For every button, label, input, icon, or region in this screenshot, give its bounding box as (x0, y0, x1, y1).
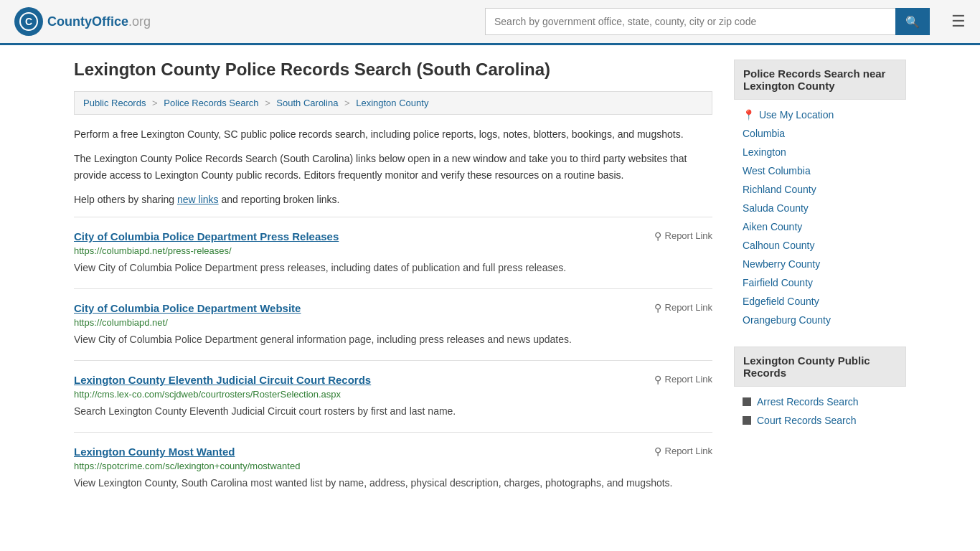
nearby-link[interactable]: Aiken County (734, 217, 906, 236)
search-button[interactable]: 🔍 (895, 8, 930, 35)
main-container: Lexington County Police Records Search (… (60, 45, 920, 518)
result-desc: View City of Columbia Police Department … (74, 332, 712, 347)
report-icon: ⚲ (654, 446, 661, 457)
menu-button[interactable]: ☰ (951, 14, 966, 29)
search-input[interactable] (485, 8, 895, 35)
nearby-section: Police Records Search near Lexington Cou… (734, 60, 906, 329)
result-title-row: Lexington County Most Wanted ⚲ Report Li… (74, 446, 712, 458)
new-links-link[interactable]: new links (177, 194, 219, 205)
report-link[interactable]: ⚲ Report Link (654, 374, 712, 385)
nearby-links-list: ColumbiaLexingtonWest ColumbiaRichland C… (734, 124, 906, 329)
result-item: Lexington County Eleventh Judicial Circu… (74, 360, 712, 432)
breadcrumb-south-carolina[interactable]: South Carolina (276, 98, 338, 108)
sidebar: Police Records Search near Lexington Cou… (734, 60, 906, 504)
svg-text:C: C (25, 16, 32, 27)
breadcrumb-sep-3: > (344, 98, 350, 108)
result-item: Lexington County Most Wanted ⚲ Report Li… (74, 432, 712, 504)
nearby-link[interactable]: Calhoun County (734, 236, 906, 255)
report-icon: ⚲ (654, 302, 661, 314)
nearby-link[interactable]: Saluda County (734, 199, 906, 217)
nearby-link[interactable]: West Columbia (734, 161, 906, 180)
logo-text: CountyOffice.org (47, 14, 151, 29)
record-icon (743, 397, 751, 406)
report-link[interactable]: ⚲ Report Link (654, 302, 712, 314)
search-bar: 🔍 (485, 8, 930, 35)
description-1: Perform a free Lexington County, SC publ… (74, 126, 712, 142)
results-list: City of Columbia Police Department Press… (74, 217, 712, 504)
report-link[interactable]: ⚲ Report Link (654, 230, 712, 242)
report-icon: ⚲ (654, 374, 661, 385)
nearby-link[interactable]: Fairfield County (734, 273, 906, 292)
site-logo[interactable]: C CountyOffice.org (14, 7, 151, 36)
result-title-row: Lexington County Eleventh Judicial Circu… (74, 374, 712, 386)
public-records-link[interactable]: Arrest Records Search (734, 392, 906, 411)
breadcrumb-public-records[interactable]: Public Records (83, 98, 146, 108)
nearby-link[interactable]: Edgefield County (734, 292, 906, 311)
breadcrumb: Public Records > Police Records Search >… (74, 91, 712, 115)
result-url[interactable]: https://columbiapd.net/press-releases/ (74, 245, 712, 256)
page-title: Lexington County Police Records Search (… (74, 60, 712, 80)
report-link[interactable]: ⚲ Report Link (654, 446, 712, 457)
result-url[interactable]: http://cms.lex-co.com/scjdweb/courtroste… (74, 389, 712, 400)
result-desc: Search Lexington County Eleventh Judicia… (74, 404, 712, 419)
result-title-row: City of Columbia Police Department Press… (74, 230, 712, 242)
result-desc: View City of Columbia Police Department … (74, 260, 712, 276)
result-title[interactable]: Lexington County Eleventh Judicial Circu… (74, 374, 371, 386)
description-2: The Lexington County Police Records Sear… (74, 151, 712, 183)
hamburger-icon: ☰ (951, 12, 966, 30)
use-my-location-link[interactable]: 📍 Use My Location (734, 105, 906, 124)
breadcrumb-police-records-search[interactable]: Police Records Search (164, 98, 258, 108)
result-title[interactable]: Lexington County Most Wanted (74, 446, 235, 458)
result-title[interactable]: City of Columbia Police Department Websi… (74, 302, 301, 314)
result-desc: View Lexington County, South Carolina mo… (74, 476, 712, 491)
nearby-link[interactable]: Orangeburg County (734, 311, 906, 329)
nearby-section-title: Police Records Search near Lexington Cou… (734, 60, 906, 100)
logo-icon: C (14, 7, 43, 36)
content-area: Lexington County Police Records Search (… (74, 60, 712, 504)
record-icon (743, 416, 751, 425)
result-url[interactable]: https://columbiapd.net/ (74, 317, 712, 328)
public-records-section-title: Lexington County Public Records (734, 347, 906, 387)
result-title-row: City of Columbia Police Department Websi… (74, 302, 712, 314)
nearby-link[interactable]: Columbia (734, 124, 906, 143)
result-item: City of Columbia Police Department Websi… (74, 288, 712, 360)
public-records-section: Lexington County Public Records Arrest R… (734, 347, 906, 430)
breadcrumb-lexington-county[interactable]: Lexington County (356, 98, 428, 108)
search-icon: 🔍 (905, 16, 920, 28)
public-records-links-list: Arrest Records SearchCourt Records Searc… (734, 392, 906, 430)
result-title[interactable]: City of Columbia Police Department Press… (74, 230, 339, 242)
breadcrumb-sep-2: > (265, 98, 270, 108)
site-header: C CountyOffice.org 🔍 ☰ (0, 0, 980, 45)
result-url[interactable]: https://spotcrime.com/sc/lexington+count… (74, 461, 712, 471)
public-records-link[interactable]: Court Records Search (734, 411, 906, 430)
pin-icon: 📍 (743, 109, 755, 121)
breadcrumb-sep-1: > (152, 98, 158, 108)
nearby-link[interactable]: Newberry County (734, 255, 906, 273)
nearby-link[interactable]: Richland County (734, 180, 906, 199)
description-3: Help others by sharing new links and rep… (74, 192, 712, 207)
nearby-link[interactable]: Lexington (734, 143, 906, 161)
result-item: City of Columbia Police Department Press… (74, 217, 712, 288)
report-icon: ⚲ (654, 230, 661, 242)
